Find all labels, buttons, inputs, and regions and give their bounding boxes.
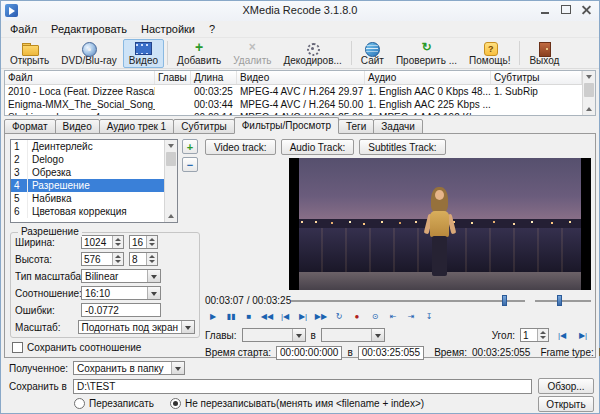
add-button[interactable]: + Добавить: [171, 39, 227, 68]
width-value[interactable]: 1024: [82, 236, 112, 248]
file-row[interactable]: Enigma-MMX_The_Social_Song_720p... 00:03…: [5, 98, 582, 111]
aspect-ratio-select[interactable]: 16:10: [81, 286, 161, 300]
website-button[interactable]: Сайт: [355, 39, 390, 68]
spin-down-icon[interactable]: [113, 242, 123, 248]
menu-settings[interactable]: Настройки: [134, 22, 202, 36]
stop-button[interactable]: ■: [241, 309, 257, 323]
time-button[interactable]: ⊙: [367, 309, 383, 323]
tab-tags[interactable]: Теги: [338, 119, 374, 134]
width-step-value[interactable]: 16: [130, 236, 146, 248]
file-row[interactable]: Shakira_-_Loca.mp4 00:03:14 MPEG-4 AVC /…: [5, 111, 582, 115]
menu-file[interactable]: Файл: [3, 22, 44, 36]
output-mode-select[interactable]: Сохранить в папку: [73, 361, 185, 375]
open-output-button[interactable]: Открыть: [538, 396, 594, 412]
keep-aspect-checkbox[interactable]: Сохранить соотношение: [12, 342, 141, 353]
help-button[interactable]: Помощь!: [463, 39, 516, 68]
browse-button[interactable]: Обзор...: [538, 378, 594, 394]
file-list-scrollbar[interactable]: [582, 71, 595, 115]
height-value[interactable]: 576: [82, 253, 112, 265]
previous-chapter-button[interactable]: |◀: [554, 328, 570, 342]
zoom-mode-select[interactable]: Подогнать под экран: [78, 320, 196, 334]
spin-down-icon[interactable]: [538, 335, 548, 341]
col-header-file[interactable]: Файл: [5, 71, 155, 84]
add-filter-button[interactable]: +: [182, 139, 198, 154]
pause-button[interactable]: ▮▮: [223, 309, 239, 323]
save-path-field[interactable]: D:\TEST: [73, 379, 532, 394]
tab-format[interactable]: Формат: [4, 119, 56, 134]
save-frame-button[interactable]: ↧: [421, 309, 437, 323]
col-header-chapters[interactable]: Главы: [155, 71, 191, 84]
volume-slider[interactable]: [535, 294, 591, 307]
fast-forward-button[interactable]: ▶▶: [313, 309, 329, 323]
minimize-button[interactable]: [534, 2, 555, 17]
scale-type-select[interactable]: Bilinear: [81, 269, 161, 283]
chevron-down-icon[interactable]: [171, 362, 184, 374]
open-button[interactable]: Открыть: [4, 39, 55, 68]
col-header-video[interactable]: Видео: [237, 71, 365, 84]
spin-down-icon[interactable]: [113, 259, 123, 265]
radio-icon[interactable]: [74, 398, 85, 409]
height-stepper[interactable]: 576: [81, 252, 124, 266]
dvd-bluray-button[interactable]: DVD/Blu-ray: [55, 39, 123, 68]
tab-audio-track-1[interactable]: Аудио трек 1: [99, 119, 174, 134]
height-step-stepper[interactable]: 8: [129, 252, 158, 266]
next-frame-button[interactable]: ▶|: [295, 309, 311, 323]
subtitles-track-button[interactable]: Subtitles Track:: [359, 139, 445, 155]
menu-help[interactable]: ?: [202, 22, 222, 36]
volume-track[interactable]: [535, 300, 591, 302]
filter-list-scrollbar[interactable]: [164, 140, 177, 222]
overwrite-radio[interactable]: Перезаписать: [74, 398, 154, 409]
record-button[interactable]: ●: [349, 309, 365, 323]
chevron-down-icon[interactable]: [292, 329, 305, 341]
chevron-down-icon[interactable]: [181, 321, 194, 333]
col-header-audio[interactable]: Аудио: [365, 71, 491, 84]
width-step-stepper[interactable]: 16: [129, 235, 158, 249]
maximize-button[interactable]: [555, 2, 576, 17]
file-row[interactable]: 2010 - Loca (Feat. Dizzee Rascal).mkv 00…: [5, 85, 582, 98]
video-button[interactable]: Видео: [123, 39, 164, 68]
radio-selected-icon[interactable]: [170, 398, 181, 409]
loop-button[interactable]: ↻: [331, 309, 347, 323]
col-header-length[interactable]: Длина: [191, 71, 237, 84]
tab-video[interactable]: Видео: [55, 119, 100, 134]
width-stepper[interactable]: 1024: [81, 235, 124, 249]
encode-button[interactable]: Декодиров...: [277, 39, 347, 68]
set-start-button[interactable]: ⇤: [385, 309, 401, 323]
scrollbar-thumb[interactable]: [584, 83, 594, 97]
angle-stepper[interactable]: 1: [520, 328, 549, 342]
menu-edit[interactable]: Редактировать: [44, 22, 134, 36]
filter-item-padding[interactable]: 5 Набивка: [11, 192, 164, 205]
previous-frame-button[interactable]: |◀: [277, 309, 293, 323]
checkbox-icon[interactable]: [12, 342, 23, 353]
tab-subtitles[interactable]: Субтитры: [173, 119, 235, 134]
chevron-down-icon[interactable]: [371, 329, 384, 341]
tab-filters-preview[interactable]: Фильтры/Просмотр: [234, 117, 339, 134]
chevron-down-icon[interactable]: [147, 270, 160, 282]
col-header-subtitles[interactable]: Субтитры: [491, 71, 582, 84]
seek-handle[interactable]: [502, 295, 507, 306]
filter-item-color-correction[interactable]: 6 Цветовая коррекция: [11, 205, 164, 218]
filter-item-resolution[interactable]: 4 Разрешение: [11, 179, 164, 192]
spin-down-icon[interactable]: [147, 259, 157, 265]
exit-button[interactable]: Выход: [523, 39, 565, 68]
check-update-button[interactable]: ↻ Проверить ...: [390, 39, 463, 68]
video-track-button[interactable]: Video track:: [205, 139, 276, 155]
start-time-field[interactable]: 00:00:00:000: [276, 346, 342, 360]
volume-handle[interactable]: [557, 295, 562, 306]
seek-slider[interactable]: [291, 294, 525, 307]
fast-rewind-button[interactable]: ◀◀: [259, 309, 275, 323]
remove-filter-button[interactable]: −: [182, 157, 198, 172]
chapter-end-select[interactable]: [321, 328, 385, 342]
end-time-field[interactable]: 00:03:25:055: [358, 346, 424, 360]
filter-item-delogo[interactable]: 2 Delogo: [11, 153, 164, 166]
filter-item-deinterlace[interactable]: 1 Деинтерлейс: [11, 140, 164, 153]
play-button[interactable]: ▶: [205, 309, 221, 323]
scrollbar-thumb[interactable]: [166, 152, 176, 166]
error-field[interactable]: -0.0772: [81, 303, 161, 317]
no-overwrite-radio[interactable]: Не перезаписывать(менять имя <filename +…: [170, 398, 424, 409]
close-button[interactable]: [576, 2, 597, 17]
height-step-value[interactable]: 8: [130, 253, 146, 265]
set-end-button[interactable]: ⇥: [403, 309, 419, 323]
tab-jobs[interactable]: Задачи: [373, 119, 423, 134]
next-chapter-button[interactable]: ▶|: [575, 328, 591, 342]
